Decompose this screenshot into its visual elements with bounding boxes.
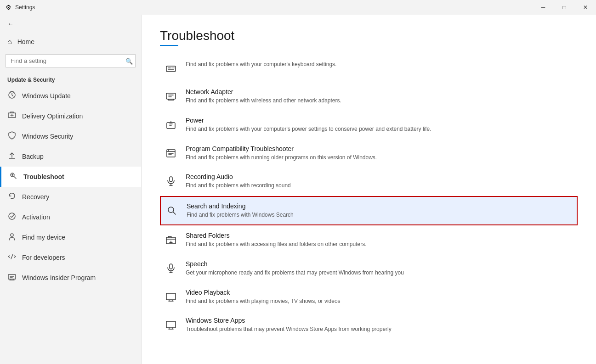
keyboard-icon <box>164 62 178 76</box>
troubleshoot-icon <box>9 171 18 182</box>
troubleshoot-item-shared-folders[interactable]: Shared Folders Find and fix problems wit… <box>160 226 578 254</box>
troubleshoot-label: Troubleshoot <box>23 173 64 180</box>
windows-store-icon <box>164 318 178 332</box>
troubleshoot-item-video-playback[interactable]: Video Playback Find and fix problems wit… <box>160 283 578 311</box>
svg-rect-5 <box>8 274 16 279</box>
svg-rect-7 <box>166 93 176 99</box>
program-compat-desc: Find and fix problems with running older… <box>186 154 574 162</box>
keyboard-desc: Find and fix problems with your computer… <box>186 61 574 68</box>
power-desc: Find and fix problems with your computer… <box>186 125 574 133</box>
windows-update-icon <box>7 90 17 101</box>
page-title: Troubleshoot <box>160 28 578 43</box>
for-developers-icon <box>7 252 17 263</box>
sidebar-section-label: Update & Security <box>0 71 141 86</box>
titlebar-left: ⚙ Settings <box>6 4 35 11</box>
svg-rect-6 <box>166 66 176 72</box>
recording-audio-title: Recording Audio <box>186 173 574 180</box>
minimize-button[interactable]: ─ <box>533 0 554 15</box>
svg-rect-10 <box>170 177 172 182</box>
home-label: Home <box>17 38 34 45</box>
speech-title: Speech <box>186 260 574 268</box>
troubleshoot-item-keyboard[interactable]: Find and fix problems with your computer… <box>160 55 578 82</box>
recovery-icon <box>7 191 17 202</box>
content-area: Troubleshoot Find and fix problems with … <box>142 15 596 364</box>
title-underline <box>160 45 178 46</box>
recording-audio-desc: Find and fix problems with recording sou… <box>186 182 574 190</box>
network-adapter-title: Network Adapter <box>186 88 574 95</box>
sidebar-item-windows-update[interactable]: Windows Update <box>0 86 141 106</box>
network-adapter-desc: Find and fix problems with wireless and … <box>186 97 574 105</box>
recording-audio-icon <box>164 174 178 189</box>
sidebar-item-for-developers[interactable]: For developers <box>0 247 141 268</box>
shared-folders-desc: Find and fix problems with accessing fil… <box>186 241 574 248</box>
backup-label: Backup <box>22 153 44 160</box>
sidebar-item-activation[interactable]: Activation <box>0 207 141 227</box>
troubleshoot-item-power[interactable]: Power Find and fix problems with your co… <box>160 111 578 139</box>
back-button[interactable]: ← <box>0 15 141 33</box>
search-indexing-title: Search and Indexing <box>187 202 573 210</box>
svg-rect-14 <box>166 293 176 300</box>
search-indexing-desc: Find and fix problems with Windows Searc… <box>187 211 573 219</box>
svg-point-3 <box>9 213 15 219</box>
windows-update-label: Windows Update <box>22 92 71 100</box>
video-playback-title: Video Playback <box>186 289 574 296</box>
sidebar-item-windows-security[interactable]: Windows Security <box>0 126 141 146</box>
app-body: ← ⌂ Home 🔍 Update & Security Windows Upd… <box>0 15 596 364</box>
windows-store-title: Windows Store Apps <box>186 317 574 324</box>
settings-icon: ⚙ <box>6 4 11 11</box>
windows-store-desc: Troubleshoot problems that may prevent W… <box>186 325 574 333</box>
maximize-button[interactable]: □ <box>554 0 575 15</box>
network-adapter-icon <box>164 89 178 104</box>
windows-insider-label: Windows Insider Program <box>22 274 96 281</box>
program-compat-title: Program Compatibility Troubleshooter <box>186 145 574 152</box>
find-my-device-label: Find my device <box>22 234 65 241</box>
troubleshoot-item-program-compat[interactable]: Program Compatibility Troubleshooter Fin… <box>160 140 578 167</box>
for-developers-label: For developers <box>22 254 65 261</box>
program-compat-icon <box>164 146 178 161</box>
power-title: Power <box>186 117 574 124</box>
titlebar-controls: ─ □ ✕ <box>533 0 596 15</box>
troubleshoot-item-speech[interactable]: Speech Get your microphone ready and fix… <box>160 255 578 282</box>
search-box: 🔍 <box>6 54 136 67</box>
power-icon <box>164 118 178 132</box>
svg-rect-15 <box>166 321 176 328</box>
troubleshoot-item-recording-audio[interactable]: Recording Audio Find and fix problems wi… <box>160 168 578 195</box>
back-arrow-icon: ← <box>7 20 14 28</box>
home-icon: ⌂ <box>7 38 12 46</box>
sidebar-item-delivery-optimization[interactable]: Delivery Optimization <box>0 106 141 126</box>
sidebar-item-troubleshoot[interactable]: Troubleshoot <box>0 167 141 187</box>
windows-security-icon <box>7 131 17 142</box>
video-playback-icon <box>164 290 178 304</box>
search-indexing-icon <box>165 203 179 218</box>
troubleshoot-item-network-adapter[interactable]: Network Adapter Find and fix problems wi… <box>160 83 578 110</box>
sidebar-item-recovery[interactable]: Recovery <box>0 187 141 207</box>
windows-security-label: Windows Security <box>22 133 73 140</box>
sidebar-item-windows-insider[interactable]: Windows Insider Program <box>0 268 141 288</box>
sidebar-item-backup[interactable]: Backup <box>0 146 141 167</box>
video-playback-desc: Find and fix problems with playing movie… <box>186 297 574 305</box>
search-icon-button[interactable]: 🔍 <box>125 57 133 64</box>
sidebar-item-find-my-device[interactable]: Find my device <box>0 227 141 247</box>
svg-rect-13 <box>170 264 172 269</box>
speech-icon <box>164 261 178 276</box>
svg-point-11 <box>168 207 174 213</box>
speech-desc: Get your microphone ready and fix proble… <box>186 269 574 277</box>
activation-icon <box>7 212 17 223</box>
delivery-optimization-label: Delivery Optimization <box>22 112 83 120</box>
shared-folders-title: Shared Folders <box>186 232 574 239</box>
troubleshoot-item-windows-store[interactable]: Windows Store Apps Troubleshoot problems… <box>160 311 578 339</box>
titlebar: ⚙ Settings ─ □ ✕ <box>0 0 596 15</box>
svg-point-4 <box>11 234 13 236</box>
recovery-label: Recovery <box>22 193 49 201</box>
close-button[interactable]: ✕ <box>575 0 596 15</box>
delivery-optimization-icon <box>7 111 17 122</box>
shared-folders-icon <box>164 233 178 247</box>
sidebar: ← ⌂ Home 🔍 Update & Security Windows Upd… <box>0 15 142 364</box>
search-input[interactable] <box>6 54 136 67</box>
activation-label: Activation <box>22 213 50 221</box>
find-my-device-icon <box>7 232 17 243</box>
backup-icon <box>7 151 17 162</box>
sidebar-home-item[interactable]: ⌂ Home <box>0 33 141 50</box>
titlebar-title: Settings <box>15 4 35 11</box>
troubleshoot-item-search-indexing[interactable]: Search and Indexing Find and fix problem… <box>160 196 578 225</box>
